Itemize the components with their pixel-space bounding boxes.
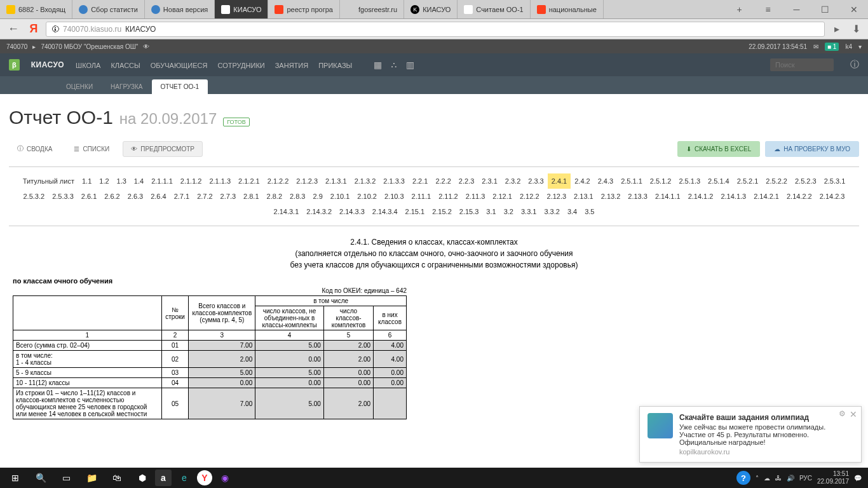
dropbox-icon[interactable]: ⬢	[130, 468, 155, 488]
section-link[interactable]: 2.13.1	[570, 189, 597, 204]
section-link[interactable]: 2.5.1.4	[704, 173, 733, 189]
section-link[interactable]: 2.14.2.1	[750, 189, 783, 204]
section-link[interactable]: 2.14.2.3	[816, 189, 849, 204]
section-link[interactable]: 2.14.1.1	[651, 189, 684, 204]
section-link[interactable]: 2.6.1	[78, 189, 100, 204]
lang-label[interactable]: РУС	[799, 475, 812, 482]
section-link[interactable]: 2.3.3	[524, 173, 547, 189]
browser-tab[interactable]: реестр програ	[268, 0, 340, 18]
taskview-icon[interactable]: ▭	[53, 468, 79, 488]
section-link[interactable]: 2.8.1	[240, 189, 262, 204]
section-link[interactable]: 2.14.1.2	[684, 189, 717, 204]
section-link[interactable]: 2.7.1	[170, 189, 193, 204]
school-name[interactable]: 740070 МБОУ "Орешенская ОШ"	[41, 43, 138, 50]
clock[interactable]: 13:51 22.09.2017	[817, 470, 849, 485]
section-link[interactable]: 2.5.3.2	[20, 189, 49, 204]
start-icon[interactable]: ⊞	[3, 468, 28, 488]
section-link[interactable]: 2.9	[309, 189, 326, 204]
search-icon[interactable]: 🔍	[28, 468, 53, 488]
browser-tab[interactable]: Новая версия	[145, 0, 215, 18]
section-link[interactable]: 3.3.2	[540, 204, 563, 219]
menu-icon[interactable]: ≡	[754, 0, 782, 19]
section-link[interactable]: 2.15.2	[428, 204, 456, 219]
mail-icon[interactable]: ✉	[813, 43, 818, 50]
browser-tab[interactable]: fgosreestr.ru	[340, 0, 404, 18]
section-link[interactable]: 2.1.2.2	[264, 173, 293, 189]
section-link[interactable]: 2.14.3.2	[302, 204, 336, 219]
nav-link[interactable]: КЛАССЫ	[111, 62, 140, 69]
bookmark-icon[interactable]: ▸	[830, 22, 844, 36]
section-link[interactable]: 2.4.3	[594, 173, 617, 189]
sub-tab[interactable]: НАГРУЗКА	[102, 79, 151, 94]
section-link[interactable]: 2.2.2	[431, 173, 454, 189]
section-link[interactable]: 2.3.2	[501, 173, 524, 189]
onedrive-icon[interactable]: ☁	[764, 475, 770, 482]
section-link[interactable]: 2.1.1.3	[205, 173, 234, 189]
section-link[interactable]: 2.4.1	[548, 173, 571, 189]
send-review-button[interactable]: ☁НА ПРОВЕРКУ В МУО	[765, 141, 859, 157]
maximize-icon[interactable]: ☐	[811, 0, 839, 19]
network-icon[interactable]: 🖧	[775, 475, 782, 482]
export-excel-button[interactable]: ⬇СКАЧАТЬ В EXCEL	[677, 141, 760, 157]
section-link[interactable]: 2.11.3	[462, 189, 489, 204]
volume-icon[interactable]: 🔊	[787, 475, 794, 482]
new-tab-icon[interactable]: +	[725, 0, 754, 19]
section-link[interactable]: 2.1.1.2	[177, 173, 206, 189]
store-icon[interactable]: 🛍	[104, 468, 130, 488]
back-icon[interactable]: ←	[5, 21, 22, 37]
section-link[interactable]: 2.6.3	[124, 189, 147, 204]
section-link[interactable]: 2.12.3	[543, 189, 571, 204]
section-link[interactable]: 3.2	[500, 204, 517, 219]
app-brand[interactable]: КИАСУО	[31, 60, 64, 69]
nav-link[interactable]: ЗАНЯТИЯ	[275, 62, 308, 69]
section-link[interactable]: 2.5.1.2	[646, 173, 675, 189]
section-link[interactable]: 2.10.2	[353, 189, 381, 204]
amazon-icon[interactable]: a	[155, 470, 172, 486]
section-link[interactable]: 2.5.1.1	[617, 173, 646, 189]
eye-icon[interactable]: 👁	[143, 43, 149, 50]
notifications-icon[interactable]: 💬	[854, 475, 862, 482]
section-link[interactable]: 2.14.3.1	[270, 204, 303, 219]
user-label[interactable]: k4	[845, 43, 852, 50]
section-link[interactable]: 2.14.3.3	[336, 204, 369, 219]
section-link[interactable]: 2.7.2	[193, 189, 216, 204]
section-link[interactable]: 2.5.2.1	[733, 173, 763, 189]
close-icon[interactable]: ✕	[850, 409, 857, 419]
browser-tab[interactable]: KКИАСУО	[404, 0, 458, 18]
section-link[interactable]: 2.8.3	[286, 189, 309, 204]
ie-icon[interactable]: e	[172, 468, 197, 488]
view-preview-button[interactable]: 👁ПРЕДПРОСМОТР	[123, 141, 203, 157]
tray-chevron-icon[interactable]: ˄	[756, 475, 759, 482]
section-link[interactable]: 2.4.2	[571, 173, 593, 189]
section-link[interactable]: 2.5.3.1	[820, 173, 850, 189]
section-link[interactable]: 2.15.3	[456, 204, 483, 219]
section-link[interactable]: 2.2.1	[409, 173, 431, 189]
section-link[interactable]: 2.5.1.3	[675, 173, 704, 189]
yandex-logo-icon[interactable]: Я	[27, 22, 41, 36]
section-link[interactable]: 2.13.2	[597, 189, 625, 204]
section-link[interactable]: 2.1.1.1	[147, 173, 177, 189]
section-link[interactable]: 2.6.2	[100, 189, 123, 204]
nav-link[interactable]: ШКОЛА	[76, 62, 100, 69]
section-link[interactable]: 2.1.3.2	[351, 173, 380, 189]
section-link[interactable]: 2.5.2.3	[791, 173, 820, 189]
section-link[interactable]: 2.10.1	[327, 189, 354, 204]
app-icon[interactable]: ◉	[212, 468, 238, 488]
gear-icon[interactable]: ⚙	[839, 409, 846, 418]
section-link[interactable]: 2.11.2	[435, 189, 462, 204]
section-link[interactable]: 2.12.2	[516, 189, 543, 204]
section-link[interactable]: 2.13.3	[624, 189, 651, 204]
minimize-icon[interactable]: ─	[782, 0, 811, 19]
sub-tab[interactable]: ОТЧЕТ ОО-1	[152, 79, 208, 94]
section-link[interactable]: 3.5	[581, 204, 598, 219]
section-link[interactable]: 2.14.1.3	[717, 189, 750, 204]
section-link[interactable]: 2.11.1	[408, 189, 435, 204]
nav-link[interactable]: ПРИКАЗЫ	[318, 62, 352, 69]
view-lists-button[interactable]: ☰СПИСКИ	[65, 141, 118, 157]
nav-link[interactable]: ОБУЧАЮЩИЕСЯ	[151, 62, 208, 69]
section-link[interactable]: 2.15.1	[402, 204, 429, 219]
section-link[interactable]: 1.2	[95, 173, 112, 189]
notification-badge[interactable]: ■ 1	[825, 43, 839, 51]
browser-tab[interactable]: национальные	[531, 0, 604, 18]
sub-tab[interactable]: ОЦЕНКИ	[57, 79, 102, 94]
